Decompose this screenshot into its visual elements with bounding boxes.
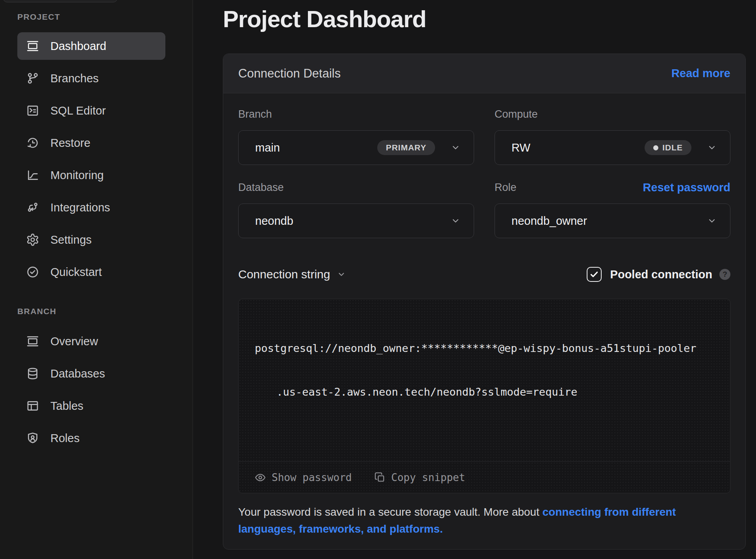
page-title: Project Dashboard [223,5,746,34]
copy-snippet-button[interactable]: Copy snippet [374,472,465,483]
sidebar-section-project: PROJECT [17,12,193,22]
integrations-icon [26,201,39,214]
branch-value: main [255,141,280,154]
sidebar-item-label: Settings [50,233,92,246]
sidebar-item-label: Branches [50,72,99,85]
sidebar-item-label: Monitoring [50,169,104,182]
sidebar-item-restore[interactable]: Restore [17,129,165,157]
idle-status-badge: IDLE [645,140,691,155]
panel-body: Branch main PRIMARY Compute [223,93,745,549]
sidebar-item-integrations[interactable]: Integrations [17,194,165,221]
sidebar: PROJECT Dashboard Branches SQL Editor [0,0,193,559]
compute-label: Compute [495,107,538,121]
sidebar-item-label: Tables [50,400,83,413]
connection-details-panel: Connection Details Read more Branch main… [223,54,746,550]
role-value: neondb_owner [511,215,587,228]
sidebar-item-settings[interactable]: Settings [17,226,165,254]
role-label: Role [495,181,517,194]
sidebar-item-roles[interactable]: Roles [17,424,165,452]
sidebar-item-label: SQL Editor [50,104,106,117]
database-label: Database [238,181,284,194]
role-select[interactable]: neondb_owner [495,204,730,238]
sidebar-item-databases[interactable]: Databases [17,360,165,387]
panel-header: Connection Details Read more [223,54,745,93]
chevron-down-icon [451,216,460,226]
status-dot [653,145,658,150]
panel-title: Connection Details [238,67,341,81]
sidebar-item-monitoring[interactable]: Monitoring [17,161,165,189]
tables-icon [26,399,39,413]
monitoring-icon [26,168,39,182]
dashboard-icon [26,39,39,53]
project-nav: Dashboard Branches SQL Editor Restore [17,32,165,286]
sidebar-item-overview[interactable]: Overview [17,328,165,355]
reset-password-link[interactable]: Reset password [643,181,730,194]
overview-icon [26,335,39,348]
sidebar-section-branch: BRANCH [17,306,193,317]
pooled-connection-group: Pooled connection ? [587,267,730,282]
app-window: PROJECT Dashboard Branches SQL Editor [0,0,756,559]
sql-editor-icon [26,104,39,117]
sidebar-item-label: Overview [50,335,98,348]
connection-string-row: Connection string Pooled connection ? [238,263,730,285]
primary-badge: PRIMARY [377,140,435,155]
database-field: Database neondb [238,181,474,238]
branch-nav: Overview Databases Tables Roles [17,328,165,452]
connection-string-line-2: .us-east-2.aws.neon.tech/neondb?sslmode=… [255,385,714,399]
show-password-button[interactable]: Show password [254,472,352,483]
branch-label: Branch [238,107,272,121]
pooled-connection-checkbox[interactable] [587,267,602,282]
chevron-down-icon [707,216,717,226]
connection-string-box: postgresql://neondb_owner:************@e… [238,299,730,493]
code-footer: Show password Copy snippet [239,461,730,493]
connection-string-value: postgresql://neondb_owner:************@e… [239,299,730,428]
sidebar-item-tables[interactable]: Tables [17,392,165,420]
branch-select[interactable]: main PRIMARY [238,130,474,165]
copy-icon [374,472,386,483]
branches-icon [26,72,39,85]
roles-icon [26,431,39,445]
sidebar-item-quickstart[interactable]: Quickstart [17,258,165,286]
connection-string-toggle[interactable]: Connection string [238,268,346,281]
quickstart-icon [26,265,39,279]
sidebar-item-branches[interactable]: Branches [17,65,165,92]
role-field: Role Reset password neondb_owner [495,181,730,238]
database-value: neondb [255,215,293,228]
chevron-down-icon [337,270,346,279]
sidebar-item-label: Dashboard [50,40,106,53]
sidebar-item-label: Integrations [50,201,110,214]
sidebar-item-label: Databases [50,367,105,380]
sidebar-item-label: Roles [50,432,80,445]
databases-icon [26,367,39,380]
settings-icon [26,233,39,246]
connection-string-line-1: postgresql://neondb_owner:************@e… [255,341,714,355]
pooled-connection-label: Pooled connection [610,268,712,281]
branch-field: Branch main PRIMARY [238,107,474,165]
sidebar-item-dashboard[interactable]: Dashboard [17,32,165,60]
main-content: Project Dashboard Connection Details Rea… [193,0,756,559]
sidebar-item-label: Restore [50,137,91,150]
sidebar-item-label: Quickstart [50,266,102,279]
connection-string-label: Connection string [238,268,330,281]
help-icon[interactable]: ? [719,269,730,280]
sidebar-item-sql-editor[interactable]: SQL Editor [17,97,165,124]
project-selector-partial[interactable] [3,0,117,2]
compute-select[interactable]: RW IDLE [495,130,730,165]
eye-icon [254,472,266,483]
database-select[interactable]: neondb [238,204,474,238]
compute-value: RW [511,141,530,154]
restore-icon [26,136,39,150]
chevron-down-icon [707,143,717,152]
check-icon [589,269,599,280]
password-note: Your password is saved in a secure stora… [238,503,699,537]
read-more-link[interactable]: Read more [671,67,730,80]
compute-field: Compute RW IDLE [495,107,730,165]
chevron-down-icon [451,143,460,152]
